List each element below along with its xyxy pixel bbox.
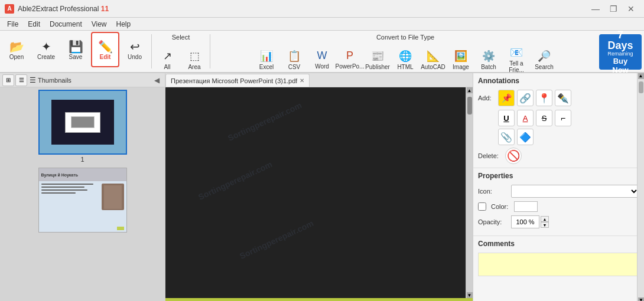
edit-button[interactable]: ✏️ Edit (91, 32, 119, 67)
opacity-spinner: ▲ ▼ (541, 216, 549, 228)
undo-button[interactable]: ↩ Undo (121, 32, 149, 67)
convert-autocad-button[interactable]: 📐 AutoCAD (419, 44, 447, 73)
image-icon: 🖼️ (454, 50, 467, 63)
buy-now-button[interactable]: 7 Days Remaining Buy Now (599, 34, 642, 70)
select-area-label: Area (188, 64, 200, 70)
add-row: Add: 📌 🔗 📍 ✒️ (478, 90, 639, 106)
thumbnail-2[interactable]: Вулиця й Ноукать (2, 168, 162, 233)
app-icon: A (5, 4, 14, 14)
annotation-tools-row3: 📎 🔷 (498, 129, 639, 145)
comments-section: Comments (473, 236, 644, 282)
menu-help[interactable]: Help (112, 19, 136, 30)
menu-view[interactable]: View (87, 19, 112, 30)
menu-bar: File Edit Document View Help (0, 18, 644, 31)
delete-label: Delete: (478, 152, 502, 159)
search-button[interactable]: 🔎 Search (531, 44, 558, 73)
powerpoint-icon: P (346, 50, 353, 62)
paperclip-button[interactable]: 📎 (498, 129, 515, 145)
watermark-1: Sortingperepair.com (226, 100, 303, 143)
text-color-button[interactable]: A (517, 110, 534, 126)
undo-label: Undo (128, 54, 142, 61)
right-scrollbar[interactable]: ▲ ▼ (637, 73, 644, 301)
color-checkbox[interactable] (478, 202, 486, 211)
convert-excel-button[interactable]: 📊 Excel (253, 44, 280, 73)
pdf-area: Презентация Microsoft PowerPoint (3)1.pd… (165, 73, 473, 301)
icon-select[interactable] (511, 185, 639, 198)
convert-word-button[interactable]: W Word (308, 44, 336, 73)
menu-edit[interactable]: Edit (23, 19, 45, 30)
batch-label: Batch (481, 64, 496, 70)
right-scroll-thumb[interactable] (639, 81, 643, 93)
scroll-up-btn[interactable]: ▲ (467, 87, 473, 93)
tab-close-button[interactable]: ✕ (300, 77, 304, 84)
watermark-2: Sortingperepair.com (197, 159, 274, 202)
opacity-input[interactable] (511, 215, 539, 228)
opacity-property-row: Opacity: ▲ ▼ (478, 215, 639, 228)
convert-html-button[interactable]: 🌐 HTML (392, 44, 419, 73)
csv-icon: 📋 (288, 50, 301, 63)
pdf-tab[interactable]: Презентация Microsoft PowerPoint (3)1.pd… (165, 74, 310, 87)
freehand-button[interactable]: ✒️ (555, 90, 571, 106)
annotation-tools-row1: 📌 🔗 📍 ✒️ (498, 90, 571, 106)
view-grid-button[interactable]: ⊞ (2, 74, 14, 86)
thumbnail-1[interactable]: 1 (2, 90, 162, 163)
batch-icon: ⚙️ (482, 50, 495, 63)
tell-friend-button[interactable]: 📧 Tell a Frie... (503, 44, 530, 73)
pdf-bottom-bar (165, 298, 473, 301)
select-area-button[interactable]: ⬚ Area (181, 44, 207, 73)
panel-collapse-button[interactable]: ◀ (151, 74, 162, 86)
publisher-icon: 📰 (371, 50, 384, 63)
thumbnail-img-1 (38, 90, 127, 155)
icon-property-row: Icon: (478, 185, 639, 198)
strikethrough-button[interactable]: S (536, 110, 552, 126)
buy-days: 7 Days (605, 30, 636, 51)
sticky-note-button[interactable]: 📌 (498, 90, 515, 106)
html-label: HTML (397, 64, 413, 70)
close-button[interactable]: ✕ (623, 3, 639, 15)
create-button[interactable]: ✦ Create (32, 32, 60, 67)
underline-button[interactable]: U (498, 110, 515, 126)
scroll-down-btn[interactable]: ▼ (467, 292, 473, 298)
right-scroll-down[interactable]: ▼ (638, 297, 644, 301)
stamp-button[interactable]: 📍 (536, 90, 552, 106)
convert-publisher-button[interactable]: 📰 Publisher (364, 44, 391, 73)
publisher-label: Publisher (365, 64, 390, 70)
word-label: Word (315, 63, 329, 70)
thumbnails-area[interactable]: 1 Вулиця й Ноукать (0, 87, 165, 301)
opacity-up-button[interactable]: ▲ (541, 216, 549, 222)
tell-friend-label: Tell a Frie... (503, 60, 530, 73)
thumbnail-label-1: 1 (2, 156, 162, 163)
toolbar: 📂 Open ✦ Create 💾 Save ✏️ Edit ↩ Undo Se… (0, 31, 644, 73)
convert-powerpoint-button[interactable]: P PowerPo... (336, 44, 363, 73)
menu-document[interactable]: Document (45, 19, 87, 30)
minimize-button[interactable]: — (587, 3, 604, 15)
select-all-button[interactable]: ↗ All (154, 44, 180, 73)
comments-textarea[interactable] (478, 253, 639, 276)
menu-file[interactable]: File (2, 19, 23, 30)
note-button[interactable]: ⌐ (555, 110, 571, 126)
sound-button[interactable]: 🔷 (517, 129, 534, 145)
color-picker-box[interactable] (514, 201, 538, 212)
convert-csv-button[interactable]: 📋 CSV (281, 44, 308, 73)
maximize-button[interactable]: ❐ (605, 3, 622, 15)
annotations-title: Annotations (478, 77, 639, 85)
right-scroll-up[interactable]: ▲ (638, 73, 644, 79)
delete-button[interactable]: 🚫 (505, 148, 522, 164)
buy-remaining: Remaining (607, 51, 633, 57)
right-panel: ▲ ▼ Annotations Add: 📌 🔗 📍 ✒️ U A S (473, 73, 644, 301)
scroll-thumb[interactable] (467, 97, 472, 114)
edit-icon: ✏️ (98, 41, 113, 53)
view-list-button[interactable]: ☰ (15, 74, 27, 86)
title-bar: A Able2Extract Professional 11 — ❐ ✕ (0, 0, 644, 18)
save-button[interactable]: 💾 Save (61, 32, 90, 67)
convert-image-button[interactable]: 🖼️ Image (447, 44, 474, 73)
tab-bar: Презентация Microsoft PowerPoint (3)1.pd… (165, 73, 473, 87)
opacity-down-button[interactable]: ▼ (541, 222, 549, 228)
link-button[interactable]: 🔗 (517, 90, 534, 106)
powerpoint-label: PowerPo... (336, 63, 365, 70)
select-all-icon: ↗ (163, 50, 172, 63)
scrollbar-right[interactable]: ▲ ▼ (466, 87, 473, 298)
convert-batch-button[interactable]: ⚙️ Batch (475, 44, 502, 73)
app-title: Able2Extract Professional 11 (18, 5, 587, 13)
open-button[interactable]: 📂 Open (2, 32, 31, 67)
